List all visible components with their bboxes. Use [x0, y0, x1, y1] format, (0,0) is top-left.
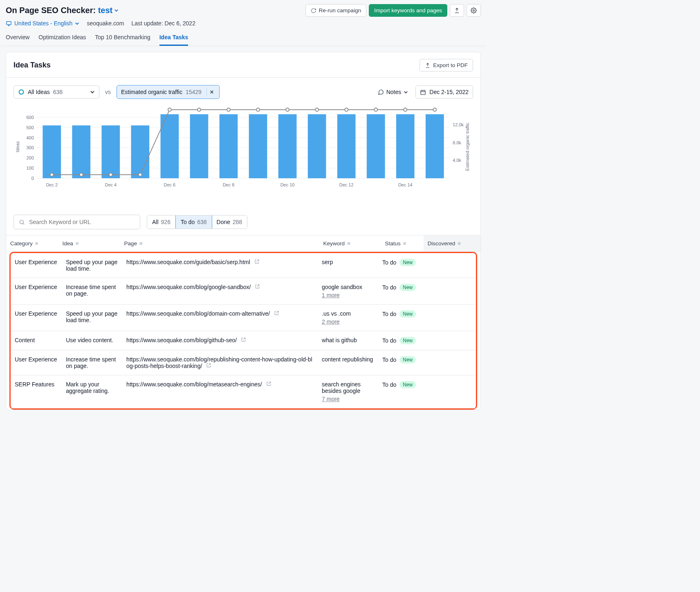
chevron-down-icon	[404, 90, 408, 94]
cell-status: To doNew	[378, 331, 420, 350]
cell-category[interactable]: User Experience	[11, 350, 62, 375]
upload-icon	[425, 63, 431, 68]
table-row: User ExperienceSpeed up your page load t…	[11, 253, 476, 278]
chevron-down-icon	[75, 21, 79, 26]
svg-text:300: 300	[26, 145, 34, 150]
tab-overview[interactable]: Overview	[6, 31, 29, 46]
cell-page[interactable]: https://www.seoquake.com/blog/google-san…	[122, 278, 318, 305]
svg-rect-25	[43, 126, 61, 178]
cell-discovered	[420, 278, 476, 305]
svg-rect-28	[131, 126, 150, 178]
cell-discovered	[420, 253, 476, 278]
cell-page[interactable]: https://www.seoquake.com/blog/github-seo…	[122, 331, 318, 350]
more-keywords[interactable]: 2 more	[322, 318, 340, 325]
svg-text:8.0k: 8.0k	[453, 140, 461, 145]
svg-point-51	[404, 108, 407, 111]
more-keywords[interactable]: 7 more	[322, 396, 340, 402]
col-keyword[interactable]: Keyword≡	[319, 235, 381, 252]
cell-category[interactable]: User Experience	[11, 278, 62, 305]
col-status[interactable]: Status≡	[381, 235, 423, 252]
upload-icon	[454, 7, 460, 13]
more-keywords[interactable]: 1 more	[322, 292, 340, 298]
svg-point-39	[50, 173, 54, 176]
date-range-picker[interactable]: Dec 2-15, 2022	[415, 85, 473, 99]
cell-category[interactable]: User Experience	[11, 305, 62, 331]
cell-keyword: google sandbox1 more	[318, 278, 378, 305]
svg-point-47	[286, 108, 289, 111]
filter-done[interactable]: Done288	[212, 215, 247, 229]
external-link-icon[interactable]	[266, 381, 271, 386]
svg-point-52	[433, 108, 436, 111]
svg-text:Dec 10: Dec 10	[280, 182, 295, 187]
col-idea[interactable]: Idea≡	[58, 235, 120, 252]
svg-text:400: 400	[26, 135, 34, 140]
ideas-table: Category≡ Idea≡ Page≡ Keyword≡ Status≡ D…	[6, 235, 480, 252]
svg-point-41	[109, 173, 112, 176]
filter-all[interactable]: All926	[147, 215, 176, 229]
svg-point-45	[227, 108, 230, 111]
ideas-chart: 01002003004005006004.0k8.0k12.0kIdeasEst…	[13, 104, 473, 190]
project-dropdown[interactable]: test	[98, 6, 119, 15]
notes-dropdown[interactable]: Notes	[375, 86, 412, 98]
tab-idea-tasks[interactable]: Idea Tasks	[159, 31, 188, 46]
external-link-icon[interactable]	[206, 363, 211, 368]
close-icon	[210, 90, 214, 94]
cell-category[interactable]: Content	[11, 331, 62, 350]
chip-remove[interactable]	[206, 87, 217, 96]
settings-button[interactable]	[467, 4, 481, 17]
svg-text:200: 200	[26, 155, 34, 160]
tab-optimization-ideas[interactable]: Optimization Ideas	[38, 31, 86, 46]
export-pdf-button[interactable]: Export to PDF	[420, 59, 473, 72]
status-badge: New	[399, 356, 416, 363]
svg-point-43	[168, 108, 171, 111]
location-dropdown[interactable]: United States - English	[6, 20, 79, 27]
search-input[interactable]	[28, 218, 135, 226]
tab-top10-benchmarking[interactable]: Top 10 Benchmarking	[95, 31, 150, 46]
external-link-icon[interactable]	[241, 337, 246, 342]
external-link-icon[interactable]	[274, 310, 279, 316]
ideas-dropdown[interactable]: All Ideas 638	[13, 85, 99, 99]
sort-icon: ≡	[403, 240, 406, 247]
col-discovered[interactable]: Discovered≡	[424, 235, 480, 252]
last-update-label: Last update: Dec 6, 2022	[131, 20, 195, 27]
external-link-icon[interactable]	[255, 284, 260, 289]
svg-rect-34	[308, 114, 326, 178]
cell-status: To doNew	[378, 305, 420, 331]
cell-page[interactable]: https://www.seoquake.com/guide/basic/ser…	[122, 253, 318, 278]
svg-rect-31	[220, 114, 238, 178]
col-category[interactable]: Category≡	[6, 235, 58, 252]
svg-text:Dec 12: Dec 12	[339, 182, 354, 187]
svg-point-60	[20, 220, 24, 224]
svg-text:Dec 8: Dec 8	[223, 182, 235, 187]
svg-point-49	[345, 108, 348, 111]
svg-rect-26	[72, 126, 90, 178]
svg-text:500: 500	[26, 125, 34, 130]
svg-text:Estimated organic traffic: Estimated organic traffic	[465, 123, 470, 171]
cell-page[interactable]: https://www.seoquake.com/blog/republishi…	[122, 350, 318, 375]
status-badge: New	[399, 337, 416, 344]
traffic-chip[interactable]: Estimated organic traffic 15429	[117, 85, 220, 99]
svg-point-0	[473, 10, 475, 11]
svg-rect-33	[278, 114, 297, 178]
status-badge: New	[399, 381, 416, 388]
svg-point-46	[256, 108, 260, 111]
rerun-button[interactable]: Re-run campaign	[305, 4, 367, 17]
ideas-table-body: User ExperienceSpeed up your page load t…	[11, 253, 476, 408]
col-page[interactable]: Page≡	[120, 235, 319, 252]
search-field[interactable]	[13, 215, 140, 229]
external-link-icon[interactable]	[254, 259, 260, 264]
svg-rect-1	[7, 21, 11, 25]
svg-point-42	[139, 173, 142, 176]
cell-page[interactable]: https://www.seoquake.com/blog/metasearch…	[122, 375, 318, 408]
svg-rect-37	[396, 114, 415, 178]
cell-page[interactable]: https://www.seoquake.com/blog/domain-com…	[122, 305, 318, 331]
cell-status: To doNew	[378, 253, 420, 278]
cell-category[interactable]: SERP Features	[11, 375, 62, 408]
cell-status: To doNew	[378, 375, 420, 408]
highlighted-rows: User ExperienceSpeed up your page load t…	[9, 252, 477, 410]
filter-todo[interactable]: To do638	[175, 215, 212, 229]
cell-category[interactable]: User Experience	[11, 253, 62, 278]
export-icon-button[interactable]	[450, 4, 464, 17]
import-button[interactable]: Import keywords and pages	[369, 4, 447, 17]
sort-icon: ≡	[76, 240, 79, 247]
